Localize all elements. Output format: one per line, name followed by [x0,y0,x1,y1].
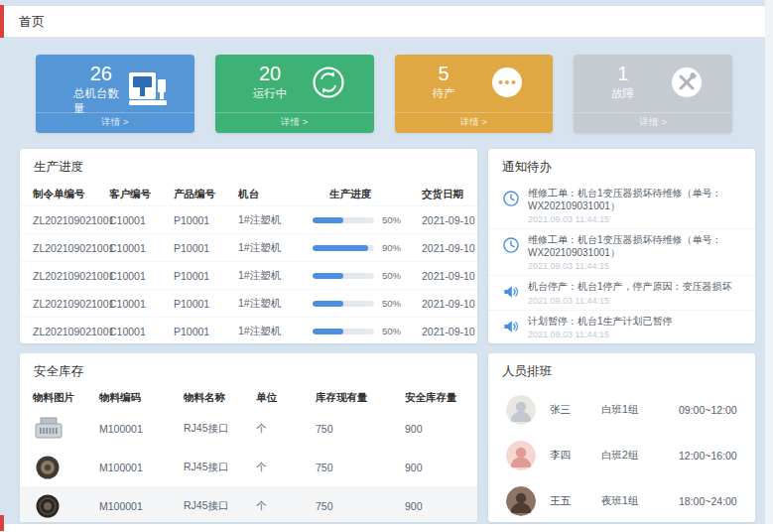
table-row: ZL202109021001 C10001 P10001 1#注塑机 50% 2… [20,261,477,289]
order-no-cell: ZL202109021001 [33,326,109,337]
stat-card-text: 5 待产 [433,63,455,101]
order-no-cell: ZL202109021001 [33,298,109,310]
progress-fill [313,301,343,307]
page-header: 首页 [0,6,773,38]
detail-link[interactable]: 详情 > [395,112,554,133]
notification-item[interactable]: 计划暂停：机台1生产计划已暂停 2021.09.03 11:44:15 [488,311,755,344]
machine-cell: 1#注塑机 [238,269,313,283]
column-header: 单位 [256,391,316,405]
unit-cell: 个 [256,461,316,474]
stat-card-body: 5 待产 [395,55,554,101]
stat-label: 故障 [611,86,634,101]
detail-link[interactable]: 详情 > [215,112,374,133]
stat-label: 运行中 [253,86,288,101]
employee-name: 李四 [550,449,601,463]
production-table: 制令单编号 客户编号 产品编号 机台 生产进度 交货日期 ZL202109021… [20,183,477,343]
employee-name: 王五 [550,494,601,508]
shift-label: 白班1组 [601,403,679,417]
schedule-row: 李四 白班2组 12:00~16:00 [488,433,755,478]
stat-value: 1 [617,63,628,84]
page-title[interactable]: 首页 [19,13,45,31]
notification-text: 机台停产：机台1停产，停产原因：变压器损坏 [528,281,732,294]
column-header: 库存现有量 [316,391,405,405]
running-icon [309,65,348,100]
notification-text: 维修工单：机台1变压器损坏待维修（单号：WX202109031001） [528,188,745,212]
screen-artifact-red-mark-bottom [0,515,4,531]
stat-value: 20 [259,63,281,84]
panel-title: 生产进度 [20,149,477,183]
panel-title: 人员排班 [488,353,755,387]
clock-icon [501,189,521,208]
screen-artifact-red-mark-top [0,5,4,38]
progress-label: 50% [382,298,401,309]
stat-label: 待产 [433,86,455,101]
stat-value: 5 [438,63,449,84]
column-header: 生产进度 [313,188,422,201]
stat-card-body: 26 总机台数量 [36,55,194,116]
machine-cell: 1#注塑机 [238,297,313,311]
unit-cell: 个 [256,499,316,513]
stat-card-text: 1 故障 [611,63,634,101]
stat-card-text: 26 总机台数量 [73,63,129,116]
table-row: ZL202109021001 C10001 P10001 1#注塑机 50% 2… [20,289,477,317]
progress-fill [313,245,368,251]
product-no-cell: P10001 [174,270,238,282]
stat-card-fault[interactable]: 1 故障 详情 > [574,55,732,133]
notification-item[interactable]: 维修工单：机台1变压器损坏待维修（单号：WX202109031001） 2021… [488,183,755,229]
order-no-cell: ZL202109021001 [33,270,109,282]
detail-link[interactable]: 详情 > [36,112,194,133]
delivery-date-cell: 2021-09-10 [422,326,477,337]
column-header: 物料名称 [184,391,256,405]
fault-icon [667,65,707,100]
progress-cell: 50% [313,298,422,309]
stat-value: 26 [90,63,112,84]
progress-label: 50% [382,326,401,336]
column-header: 产品编号 [174,188,238,201]
notification-item[interactable]: 维修工单：机台1变压器损坏待维修（单号：WX202109031001） 2021… [488,229,755,276]
machine-cell: 1#注塑机 [238,325,313,338]
stat-card-total-machines[interactable]: 26 总机台数量 详情 > [36,55,194,133]
safety-qty-cell: 900 [405,423,477,435]
shift-label: 白班2组 [601,449,679,463]
progress-bar [313,217,374,223]
progress-bar [313,329,374,334]
stat-card-text: 20 运行中 [253,63,288,101]
progress-cell: 50% [313,214,422,225]
stat-card-waiting[interactable]: 5 待产 详情 > [395,55,554,133]
customer-no-cell: C10001 [109,270,174,282]
progress-bar [313,273,374,279]
progress-cell: 90% [313,242,422,253]
material-code-cell: M100001 [99,500,184,512]
product-no-cell: P10001 [174,214,238,226]
material-code-cell: M100001 [99,462,184,473]
stat-card-running[interactable]: 20 运行中 详情 > [215,55,374,133]
notification-time: 2021.09.03 11:44:15 [528,296,732,306]
dashboard-screen: 首页 26 总机台数量 [0,0,773,532]
notification-text: 维修工单：机台1变压器损坏待维修（单号：WX202109031001） [528,234,745,259]
progress-fill [313,273,343,279]
column-header: 物料图片 [33,391,99,405]
machine-cell: 1#注塑机 [238,241,313,255]
inventory-table-header: 物料图片 物料编码 物料名称 单位 库存现有量 安全库存量 [20,387,477,409]
speaker-icon [501,317,521,336]
avatar-wangwu [506,486,536,516]
progress-cell: 50% [313,326,422,336]
notification-item[interactable]: 机台停产：机台1停产，停产原因：变压器损坏 2021.09.03 11:44:1… [488,276,755,311]
rj45-connector-image [33,415,64,442]
column-header: 安全库存量 [405,391,477,405]
avatar-lisi [506,441,536,470]
customer-no-cell: C10001 [109,242,174,254]
production-table-header: 制令单编号 客户编号 产品编号 机台 生产进度 交货日期 [20,183,477,205]
customer-no-cell: C10001 [109,298,174,310]
notification-time: 2021.09.03 11:44:15 [528,330,673,339]
stat-cards-row: 26 总机台数量 详情 > [36,55,732,133]
clock-icon [501,235,521,255]
unit-cell: 个 [256,422,316,436]
production-progress-panel: 生产进度 制令单编号 客户编号 产品编号 机台 生产进度 交货日期 ZL2021… [20,149,477,343]
material-code-cell: M100001 [99,423,184,435]
order-no-cell: ZL202109021001 [33,214,109,226]
table-row: M100001 RJ45接口 个 750 900 [20,409,477,448]
screen-edge-strip [765,0,773,532]
customer-no-cell: C10001 [109,326,174,337]
detail-link[interactable]: 详情 > [574,112,732,133]
